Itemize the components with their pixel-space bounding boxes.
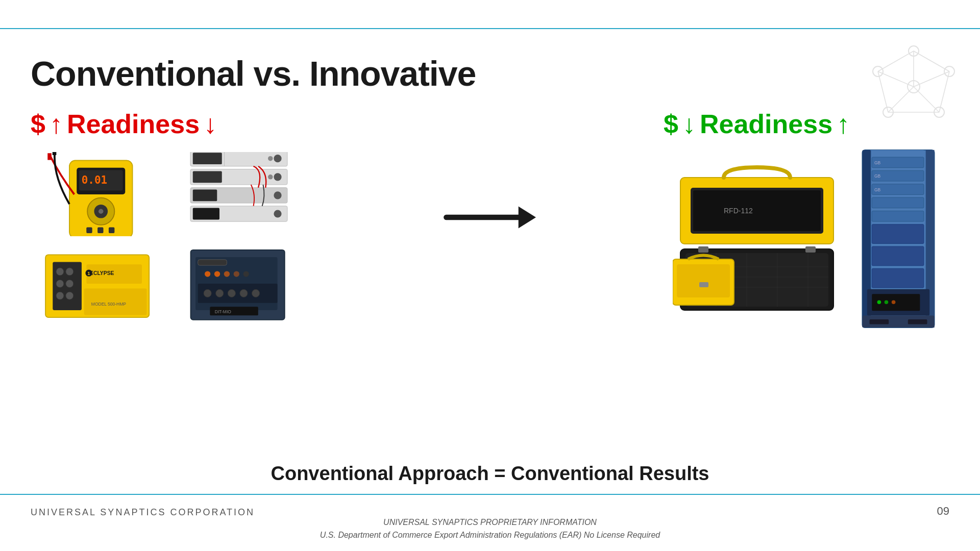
svg-point-63 [233, 271, 239, 277]
slide-title: Conventional vs. Innovative [31, 54, 949, 93]
svg-point-30 [274, 155, 281, 162]
svg-rect-59 [198, 259, 227, 265]
svg-rect-77 [805, 246, 816, 253]
right-images-container: RFD-112 [664, 152, 939, 325]
svg-point-69 [239, 289, 247, 297]
svg-rect-25 [108, 227, 114, 233]
main-content: Conventional vs. Innovative $ ↑ Readines… [0, 36, 980, 490]
arrow-area [434, 202, 546, 233]
right-subtitle: $ ↓ Readiness ↑ [664, 109, 949, 139]
svg-marker-74 [519, 206, 536, 228]
yellow-box-image: ECLYPSE 1 MODEL 500-HMP [31, 241, 166, 325]
left-images-grid: 0.01 [31, 152, 306, 325]
svg-rect-105 [872, 211, 924, 221]
footer-page-number: 09 [937, 505, 949, 518]
svg-point-39 [274, 191, 281, 199]
svg-text:ECLYPSE: ECLYPSE [90, 270, 114, 276]
equipment-rack-image [171, 152, 306, 236]
right-readiness-label: Readiness [700, 109, 832, 139]
svg-rect-27 [52, 152, 56, 155]
svg-text:RFD-112: RFD-112 [724, 207, 753, 215]
svg-rect-108 [872, 268, 924, 288]
right-up-arrow: ↑ [837, 109, 850, 139]
right-side: $ ↓ Readiness ↑ [664, 109, 949, 325]
svg-point-45 [56, 267, 63, 275]
svg-rect-91 [677, 264, 730, 297]
svg-text:GB: GB [874, 187, 881, 192]
svg-rect-116 [908, 319, 927, 324]
svg-point-42 [274, 210, 281, 217]
blue-box-image: DIT-MIO [171, 241, 306, 325]
svg-rect-34 [192, 171, 222, 183]
svg-point-68 [228, 289, 235, 297]
top-border [0, 28, 980, 29]
svg-text:GB: GB [874, 173, 881, 179]
svg-text:DIT-MIO: DIT-MIO [214, 309, 231, 314]
left-dollar: $ [31, 109, 45, 139]
svg-point-111 [877, 300, 881, 304]
svg-point-66 [204, 289, 211, 297]
svg-rect-104 [872, 197, 924, 208]
multimeter-image: 0.01 [31, 152, 166, 236]
svg-point-112 [885, 300, 889, 304]
svg-text:0.01: 0.01 [81, 174, 107, 186]
content-row: $ ↑ Readiness ↓ 0.01 [31, 109, 949, 325]
footer-proprietary: UNIVERSAL SYNAPTICS PROPRIETARY INFORMAT… [320, 516, 660, 542]
svg-rect-29 [192, 153, 222, 164]
svg-point-60 [204, 271, 210, 277]
svg-point-64 [243, 271, 249, 277]
svg-text:1: 1 [87, 270, 90, 276]
left-subtitle: $ ↑ Readiness ↓ [31, 109, 316, 139]
footer-company: UNIVERSAL SYNAPTICS CORPORATION [31, 507, 255, 518]
svg-point-31 [268, 156, 273, 161]
svg-rect-107 [872, 246, 924, 266]
svg-rect-23 [86, 227, 92, 233]
arrow-icon [439, 202, 541, 233]
svg-point-47 [56, 280, 63, 287]
bottom-border [0, 494, 980, 495]
svg-point-62 [224, 271, 229, 277]
svg-text:GB: GB [874, 160, 881, 165]
svg-point-70 [252, 289, 259, 297]
svg-point-113 [892, 300, 896, 304]
svg-rect-106 [872, 224, 924, 244]
svg-point-50 [65, 292, 73, 299]
svg-point-49 [56, 292, 63, 299]
footer-proprietary-line1: UNIVERSAL SYNAPTICS PROPRIETARY INFORMAT… [320, 516, 660, 529]
right-down-arrow: ↓ [682, 109, 696, 139]
left-readiness-label: Readiness [67, 109, 200, 139]
right-dollar: $ [664, 109, 678, 139]
portable-case-image: RFD-112 [664, 152, 850, 325]
svg-rect-38 [192, 189, 217, 201]
svg-rect-92 [699, 282, 708, 287]
svg-point-46 [65, 267, 73, 275]
left-up-arrow: ↑ [50, 109, 63, 139]
blue-rack-image: GB GB GB [857, 152, 939, 325]
svg-rect-80 [693, 190, 821, 231]
svg-point-67 [215, 289, 223, 297]
svg-text:MODEL 500-HMP: MODEL 500-HMP [91, 301, 126, 306]
svg-point-36 [268, 174, 273, 180]
svg-point-48 [65, 280, 73, 287]
svg-rect-24 [97, 227, 103, 233]
svg-point-35 [274, 173, 281, 181]
svg-rect-115 [870, 319, 889, 324]
svg-rect-26 [47, 153, 52, 160]
svg-point-22 [99, 209, 104, 214]
svg-rect-76 [698, 246, 708, 253]
left-side: $ ↑ Readiness ↓ 0.01 [31, 109, 316, 325]
svg-point-61 [214, 271, 219, 277]
bottom-tagline: Conventional Approach = Conventional Res… [0, 463, 980, 485]
svg-rect-41 [192, 208, 219, 219]
footer-proprietary-line2: U.S. Department of Commerce Export Admin… [320, 529, 660, 542]
left-down-arrow: ↓ [204, 109, 217, 139]
